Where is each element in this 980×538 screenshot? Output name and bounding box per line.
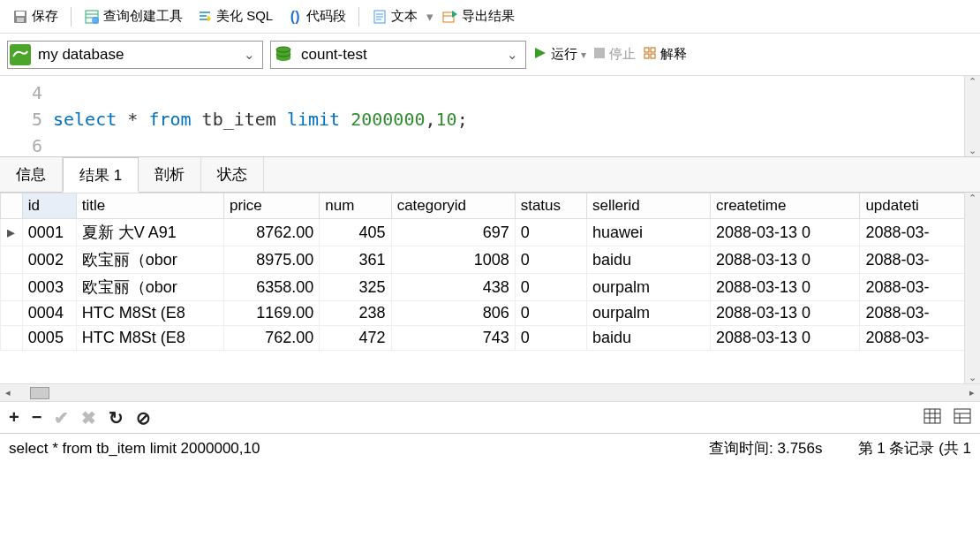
snippet-label: 代码段 xyxy=(306,8,346,25)
play-icon xyxy=(533,46,547,63)
text-icon xyxy=(372,9,388,25)
status-time: 查询时间: 3.756s xyxy=(709,438,823,458)
query-builder-label: 查询创建工具 xyxy=(103,8,183,25)
svg-rect-20 xyxy=(645,48,649,52)
export-button[interactable]: 导出结果 xyxy=(437,6,520,27)
database-combo[interactable]: count-test ⌄ xyxy=(270,41,526,69)
snippet-icon: () xyxy=(287,9,303,25)
text-button[interactable]: 文本 xyxy=(366,6,423,27)
connection-icon xyxy=(8,42,33,67)
table-row[interactable]: 0003欧宝丽（obor6358.003254380ourpalm2088-03… xyxy=(1,274,980,301)
save-button[interactable]: 保存 xyxy=(7,6,64,27)
col-status[interactable]: status xyxy=(515,193,586,219)
form-view-icon[interactable] xyxy=(954,408,971,427)
col-updateti[interactable]: updateti xyxy=(860,193,980,219)
col-createtime[interactable]: createtime xyxy=(711,193,860,219)
svg-rect-21 xyxy=(651,48,655,52)
table-row[interactable]: 0004HTC M8St (E81169.002388060ourpalm208… xyxy=(1,301,980,326)
connection-toolbar: my database ⌄ count-test ⌄ 运行 ▾ 停止 解释 xyxy=(0,34,980,76)
editor-scrollbar[interactable]: ⌃⌄ xyxy=(964,76,980,156)
query-builder-button[interactable]: 查询创建工具 xyxy=(79,6,188,27)
add-row-button[interactable]: + xyxy=(9,407,19,428)
tab-info[interactable]: 信息 xyxy=(0,157,63,192)
svg-rect-22 xyxy=(645,54,649,58)
stop-button[interactable]: 停止 xyxy=(593,46,636,63)
beautify-icon xyxy=(197,9,213,25)
query-builder-icon xyxy=(84,9,100,25)
export-icon xyxy=(442,9,458,25)
grid-action-bar: + − ✔ ✖ ↻ ⊘ xyxy=(0,401,980,433)
tab-profile[interactable]: 剖析 xyxy=(139,157,201,192)
connection-text: my database xyxy=(33,46,237,64)
col-categoryid[interactable]: categoryid xyxy=(391,193,515,219)
svg-rect-16 xyxy=(10,44,31,65)
save-label: 保存 xyxy=(32,8,58,25)
database-text: count-test xyxy=(296,46,500,64)
stop-icon xyxy=(593,47,606,62)
svg-rect-19 xyxy=(594,48,605,58)
beautify-button[interactable]: 美化 SQL xyxy=(192,6,278,27)
svg-rect-24 xyxy=(924,409,940,423)
run-label: 运行 xyxy=(551,46,577,63)
tab-result1[interactable]: 结果 1 xyxy=(63,157,139,193)
snippet-button[interactable]: () 代码段 xyxy=(282,6,351,27)
export-label: 导出结果 xyxy=(462,8,515,25)
apply-button[interactable]: ✔ xyxy=(54,407,69,428)
svg-point-6 xyxy=(92,17,99,24)
result-grid-wrap: idtitlepricenumcategoryidstatusselleridc… xyxy=(0,193,980,383)
text-label: 文本 xyxy=(391,8,418,25)
svg-rect-2 xyxy=(17,18,24,22)
sql-editor[interactable]: 45select * from tb_item limit 2000000,10… xyxy=(0,76,980,157)
database-icon xyxy=(271,42,296,67)
stop-label: 停止 xyxy=(609,46,636,63)
status-sql: select * from tb_item limit 2000000,10 xyxy=(9,440,260,458)
main-toolbar: 保存 查询创建工具 美化 SQL () 代码段 文本 ▾ 导出结果 xyxy=(0,0,980,34)
status-record: 第 1 条记录 (共 1 xyxy=(858,438,971,458)
table-row[interactable]: 0002欧宝丽（obor8975.0036110080baidu2088-03-… xyxy=(1,246,980,274)
cancel-button[interactable]: ✖ xyxy=(81,407,96,428)
col-title[interactable]: title xyxy=(76,193,223,219)
result-grid[interactable]: idtitlepricenumcategoryidstatusselleridc… xyxy=(0,193,980,351)
col-sellerid[interactable]: sellerid xyxy=(586,193,710,219)
explain-button[interactable]: 解释 xyxy=(643,46,687,63)
refresh-button[interactable]: ↻ xyxy=(109,407,124,428)
tab-status[interactable]: 状态 xyxy=(201,157,264,192)
result-tabs: 信息 结果 1 剖析 状态 xyxy=(0,157,980,193)
explain-label: 解释 xyxy=(660,46,687,63)
status-bar: select * from tb_item limit 2000000,10 查… xyxy=(0,433,980,463)
stop-query-button[interactable]: ⊘ xyxy=(136,407,151,428)
col-price[interactable]: price xyxy=(223,193,319,219)
table-row[interactable]: 0005HTC M8St (E8762.004727430baidu2088-0… xyxy=(1,326,980,351)
explain-icon xyxy=(643,46,657,63)
chevron-down-icon: ⌄ xyxy=(237,47,262,63)
col-num[interactable]: num xyxy=(320,193,391,219)
run-button[interactable]: 运行 ▾ xyxy=(533,46,586,63)
grid-vscrollbar[interactable]: ⌃⌄ xyxy=(964,193,980,383)
grid-hscrollbar[interactable]: ◂▸ xyxy=(0,383,980,401)
col-id[interactable]: id xyxy=(22,193,76,219)
svg-rect-1 xyxy=(16,11,25,16)
grid-view-icon[interactable] xyxy=(923,408,941,427)
beautify-label: 美化 SQL xyxy=(216,8,273,25)
connection-combo[interactable]: my database ⌄ xyxy=(7,41,263,69)
chevron-down-icon: ⌄ xyxy=(500,47,525,63)
delete-row-button[interactable]: − xyxy=(32,407,42,428)
table-row[interactable]: ▸0001夏新 大V A918762.004056970huawei2088-0… xyxy=(1,219,980,246)
save-icon xyxy=(12,9,28,25)
svg-rect-23 xyxy=(651,54,655,58)
svg-rect-29 xyxy=(954,409,970,423)
